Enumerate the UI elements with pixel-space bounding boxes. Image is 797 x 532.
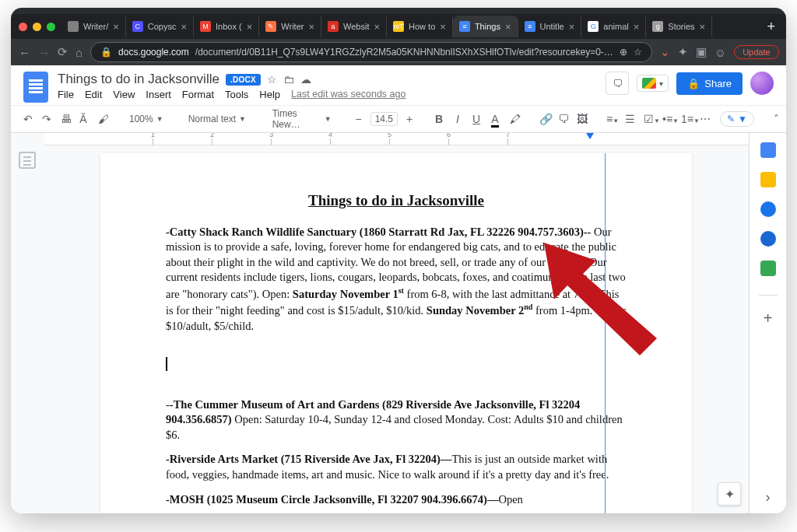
style-select[interactable]: Normal text▼ bbox=[184, 112, 252, 126]
browser-tab[interactable]: Ganimal× bbox=[581, 16, 646, 37]
insert-comment-button[interactable]: 🗨 bbox=[555, 110, 569, 128]
menu-format[interactable]: Format bbox=[182, 89, 214, 100]
browser-tab[interactable]: MInbox (× bbox=[194, 16, 259, 37]
more-button[interactable]: ⋯ bbox=[697, 110, 711, 128]
close-tab-icon[interactable]: × bbox=[634, 21, 640, 33]
home-button[interactable]: ⌂ bbox=[75, 46, 83, 59]
forward-button[interactable]: → bbox=[38, 46, 50, 59]
print-button[interactable]: 🖶 bbox=[58, 110, 72, 128]
font-size-input[interactable]: 14.5 bbox=[370, 112, 398, 126]
close-tab-icon[interactable]: × bbox=[181, 21, 187, 33]
docs-logo-icon[interactable] bbox=[23, 72, 48, 103]
menu-view[interactable]: View bbox=[113, 89, 135, 100]
collapse-toolbar-button[interactable]: ˄ bbox=[770, 110, 784, 128]
close-tab-icon[interactable]: × bbox=[374, 21, 380, 33]
tab-label: Websit bbox=[343, 22, 369, 31]
account-avatar[interactable] bbox=[750, 72, 774, 95]
show-outline-button[interactable] bbox=[19, 152, 36, 169]
add-addons-button[interactable]: + bbox=[764, 310, 773, 327]
checklist-button[interactable]: ☑▼ bbox=[641, 110, 655, 128]
align-button[interactable]: ≡▼ bbox=[603, 110, 617, 128]
close-tab-icon[interactable]: × bbox=[308, 21, 314, 33]
last-edit-label[interactable]: Last edit was seconds ago bbox=[291, 89, 406, 100]
close-tab-icon[interactable]: × bbox=[247, 21, 253, 33]
share-button[interactable]: 🔒Share bbox=[676, 72, 743, 95]
underline-button[interactable]: U bbox=[469, 110, 483, 128]
address-bar[interactable]: 🔒 docs.google.com /document/d/0B11H_Q7s9… bbox=[90, 42, 652, 62]
browser-tab[interactable]: CCopysc× bbox=[126, 16, 194, 37]
insert-link-button[interactable]: 🔗 bbox=[536, 110, 550, 128]
decrease-font-button[interactable]: − bbox=[352, 110, 366, 128]
highlight-button[interactable]: 🖍 bbox=[507, 110, 521, 128]
window-controls[interactable] bbox=[16, 23, 61, 31]
tab-favicon: g bbox=[652, 21, 663, 32]
insert-image-button[interactable]: 🖼 bbox=[574, 110, 588, 128]
close-tab-icon[interactable]: × bbox=[440, 21, 446, 33]
menu-insert[interactable]: Insert bbox=[146, 89, 171, 100]
browser-tab[interactable]: mTHow to× bbox=[387, 16, 453, 37]
spellcheck-button[interactable]: Ă bbox=[76, 110, 90, 128]
contacts-icon[interactable] bbox=[760, 231, 776, 247]
menu-file[interactable]: File bbox=[58, 89, 74, 100]
italic-button[interactable]: I bbox=[451, 110, 465, 128]
zoom-select[interactable]: 100%▼ bbox=[125, 112, 168, 126]
browser-tab[interactable]: gStories× bbox=[646, 16, 712, 37]
star-document-icon[interactable]: ☆ bbox=[267, 73, 277, 86]
back-button[interactable]: ← bbox=[19, 46, 30, 59]
close-tab-icon[interactable]: × bbox=[700, 21, 706, 33]
close-tab-icon[interactable]: × bbox=[569, 21, 575, 33]
browser-tab[interactable]: ≡Untitle× bbox=[518, 16, 582, 37]
document-title[interactable]: Things to do in Jacksonville bbox=[58, 72, 219, 87]
increase-font-button[interactable]: + bbox=[402, 110, 416, 128]
extensions-icon[interactable]: ✦ bbox=[678, 45, 688, 59]
tab-favicon: G bbox=[588, 21, 599, 32]
tab-label: Stories bbox=[668, 22, 694, 31]
pocket-icon[interactable]: ⌄ bbox=[660, 45, 670, 59]
hide-side-panel-button[interactable]: › bbox=[766, 489, 771, 506]
close-tab-icon[interactable]: × bbox=[505, 21, 511, 33]
update-chip[interactable]: Update bbox=[734, 45, 778, 59]
meet-button[interactable]: ▾ bbox=[637, 75, 669, 92]
move-document-icon[interactable]: 🗀 bbox=[283, 73, 294, 86]
editing-mode-button[interactable]: ✎ ▼ bbox=[720, 111, 754, 127]
minimize-window-icon[interactable] bbox=[33, 23, 41, 31]
document-page[interactable]: Things to do in Jacksonville -Catty Shac… bbox=[100, 153, 692, 513]
undo-button[interactable]: ↶ bbox=[20, 110, 34, 128]
maps-icon[interactable] bbox=[760, 261, 776, 276]
redo-button[interactable]: ↷ bbox=[39, 110, 53, 128]
numbered-list-button[interactable]: 1≡▼ bbox=[678, 110, 692, 128]
horizontal-ruler[interactable]: 6.50 1 2 3 4 5 6 7 bbox=[44, 133, 749, 145]
profile-icon[interactable]: ☺ bbox=[714, 46, 726, 59]
browser-tab[interactable]: ≡Things× bbox=[453, 16, 518, 37]
star-icon[interactable]: ☆ bbox=[634, 47, 642, 58]
close-window-icon[interactable] bbox=[19, 23, 27, 31]
close-tab-icon[interactable]: × bbox=[113, 21, 119, 33]
right-margin-indicator[interactable] bbox=[586, 133, 594, 139]
tab-label: How to bbox=[409, 22, 435, 31]
font-select[interactable]: Times New…▼ bbox=[268, 107, 336, 131]
browser-tab[interactable]: aWebsit× bbox=[321, 16, 387, 37]
tasks-icon[interactable] bbox=[760, 201, 776, 217]
document-canvas[interactable]: 6.50 1 2 3 4 5 6 7 Things to do in Jacks… bbox=[44, 133, 749, 513]
install-app-icon[interactable]: ⊕ bbox=[620, 47, 627, 58]
calendar-icon[interactable] bbox=[760, 142, 776, 158]
fullscreen-window-icon[interactable] bbox=[47, 23, 55, 31]
comment-history-button[interactable]: 🗨 bbox=[606, 72, 629, 95]
text-color-button[interactable]: A bbox=[488, 110, 502, 128]
paint-format-button[interactable]: 🖌 bbox=[95, 110, 109, 128]
line-spacing-button[interactable]: ☰ bbox=[622, 110, 636, 128]
menu-bar: File Edit View Insert Format Tools Help … bbox=[58, 89, 596, 100]
bold-button[interactable]: B bbox=[432, 110, 446, 128]
browser-tab[interactable]: Writer/× bbox=[61, 16, 126, 37]
cloud-status-icon[interactable]: ☁ bbox=[300, 73, 311, 86]
bulleted-list-button[interactable]: •≡▼ bbox=[659, 110, 673, 128]
menu-edit[interactable]: Edit bbox=[85, 89, 102, 100]
explore-button[interactable]: ✦ bbox=[718, 482, 741, 506]
menu-tools[interactable]: Tools bbox=[225, 89, 248, 100]
reload-button[interactable]: ⟳ bbox=[58, 45, 68, 59]
cast-icon[interactable]: ▣ bbox=[696, 45, 707, 59]
browser-tab[interactable]: ✎Writer× bbox=[259, 16, 321, 37]
new-tab-button[interactable]: + bbox=[760, 19, 781, 35]
keep-icon[interactable] bbox=[760, 172, 776, 187]
menu-help[interactable]: Help bbox=[259, 89, 280, 100]
